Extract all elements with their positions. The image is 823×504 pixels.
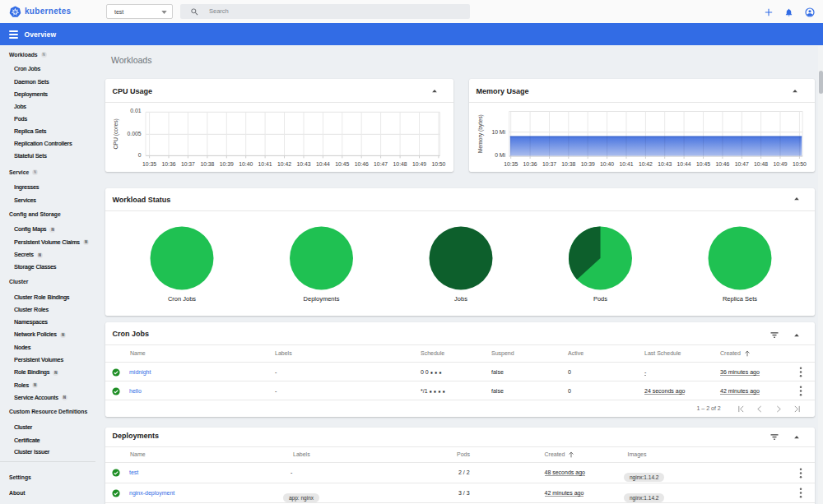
svg-text:10:38: 10:38 bbox=[561, 161, 575, 167]
svg-text:10:46: 10:46 bbox=[715, 161, 729, 167]
svg-text:10:43: 10:43 bbox=[296, 161, 310, 167]
svg-text:10:41: 10:41 bbox=[619, 161, 633, 167]
svg-text:10:46: 10:46 bbox=[355, 161, 369, 167]
svg-text:10:48: 10:48 bbox=[754, 161, 768, 167]
svg-text:10:49: 10:49 bbox=[773, 161, 787, 167]
svg-text:10:45: 10:45 bbox=[696, 161, 710, 167]
svg-text:Memory (bytes): Memory (bytes) bbox=[477, 114, 484, 153]
svg-text:10:36: 10:36 bbox=[523, 161, 537, 167]
svg-text:10:39: 10:39 bbox=[581, 161, 595, 167]
svg-text:10:40: 10:40 bbox=[600, 161, 614, 167]
svg-text:10:37: 10:37 bbox=[181, 161, 195, 167]
svg-text:10:47: 10:47 bbox=[374, 161, 388, 167]
svg-text:10:36: 10:36 bbox=[161, 161, 175, 167]
svg-text:10:37: 10:37 bbox=[542, 161, 556, 167]
svg-text:10:44: 10:44 bbox=[677, 161, 691, 167]
svg-text:10:50: 10:50 bbox=[431, 161, 445, 167]
svg-text:0.005: 0.005 bbox=[127, 131, 141, 136]
svg-text:10:42: 10:42 bbox=[277, 161, 291, 167]
svg-text:10:44: 10:44 bbox=[316, 161, 330, 167]
svg-text:Pods: Pods bbox=[593, 295, 607, 303]
svg-text:Deployments: Deployments bbox=[304, 295, 340, 303]
svg-text:10:40: 10:40 bbox=[239, 161, 253, 167]
svg-text:10:35: 10:35 bbox=[142, 161, 156, 167]
svg-text:CPU (cores): CPU (cores) bbox=[113, 118, 119, 149]
svg-text:10:41: 10:41 bbox=[258, 161, 272, 167]
svg-text:10:49: 10:49 bbox=[412, 161, 426, 167]
svg-text:10:43: 10:43 bbox=[658, 161, 672, 167]
svg-text:Cron Jobs: Cron Jobs bbox=[168, 295, 196, 303]
svg-text:0: 0 bbox=[138, 152, 142, 158]
svg-text:10:50: 10:50 bbox=[793, 161, 807, 167]
svg-text:10:39: 10:39 bbox=[220, 161, 234, 167]
svg-text:0.01: 0.01 bbox=[130, 108, 141, 113]
svg-text:10:45: 10:45 bbox=[335, 161, 349, 167]
svg-text:10:42: 10:42 bbox=[639, 161, 653, 167]
svg-text:Jobs: Jobs bbox=[454, 295, 467, 303]
svg-text:10:47: 10:47 bbox=[735, 161, 749, 167]
svg-text:10 Mi: 10 Mi bbox=[491, 129, 505, 135]
svg-text:10:35: 10:35 bbox=[504, 161, 518, 167]
svg-text:10:48: 10:48 bbox=[393, 161, 407, 167]
svg-text:0 Mi: 0 Mi bbox=[495, 152, 505, 158]
svg-text:10:38: 10:38 bbox=[200, 161, 214, 167]
svg-text:Replica Sets: Replica Sets bbox=[723, 295, 757, 303]
